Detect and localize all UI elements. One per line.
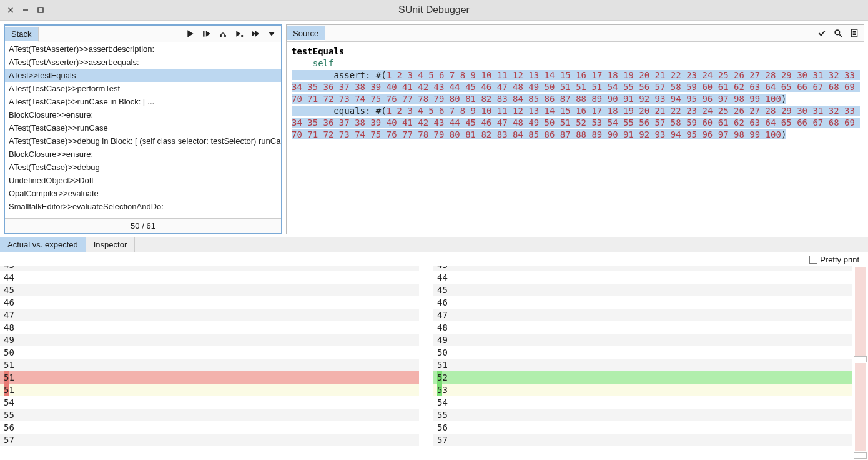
stack-item[interactable]: OpalCompiler>>evaluate <box>5 187 281 200</box>
diff-row: 50 <box>433 346 852 359</box>
stack-pane: Stack ATest(TestAsserter)>>assert:descri… <box>4 24 282 234</box>
diff-row: 44 <box>0 271 419 284</box>
stack-tab-label[interactable]: Stack <box>5 27 39 42</box>
diff-row: 48 <box>433 321 852 334</box>
pretty-print-label: Pretty print <box>820 255 859 264</box>
pretty-print-checkbox[interactable] <box>809 256 817 264</box>
stack-item[interactable]: ATest(TestCase)>>runCase <box>5 121 281 134</box>
titlebar: SUnit Debugger <box>0 0 868 21</box>
diff-row: 47 <box>0 309 419 321</box>
diff-row: 48 <box>0 321 419 334</box>
step-out-icon[interactable] <box>235 29 244 38</box>
search-icon[interactable] <box>834 29 842 38</box>
svg-point-4 <box>241 35 244 38</box>
stack-item[interactable]: ATest(TestAsserter)>>assert:description: <box>5 42 281 56</box>
diff-row: 46 <box>433 296 852 309</box>
stack-item[interactable]: ATest(TestCase)>>runCase in Block: [ ... <box>5 95 281 108</box>
stack-item[interactable]: ATest>>testEquals <box>5 69 281 82</box>
stack-item[interactable]: ATest(TestCase)>>debug in Block: [ (self… <box>5 134 281 148</box>
svg-point-5 <box>835 30 839 34</box>
svg-rect-0 <box>38 8 43 12</box>
stack-item[interactable]: SmalltalkEditor>>evaluateSelectionAndDo: <box>5 200 281 213</box>
step-into-icon[interactable] <box>202 29 211 38</box>
stack-item[interactable]: UndefinedObject>>DoIt <box>5 174 281 187</box>
diff-row: 44 <box>433 271 852 284</box>
diff-row: 55 <box>0 409 419 421</box>
stack-menu-icon[interactable] <box>267 29 276 38</box>
accept-icon[interactable] <box>817 29 826 38</box>
stack-footer: 50 / 61 <box>5 218 281 233</box>
close-icon[interactable] <box>7 7 14 13</box>
svg-rect-1 <box>203 31 204 36</box>
diff-row: 45 <box>433 284 852 296</box>
run-icon[interactable] <box>186 29 195 38</box>
stack-item[interactable]: BlockClosure>>ensure: <box>5 148 281 161</box>
diff-row: 57 <box>0 434 419 446</box>
diff-row: 51 <box>0 359 419 371</box>
stack-item[interactable]: ATest(TestCase)>>debug <box>5 161 281 174</box>
diff-row: 45 <box>0 284 419 296</box>
source-pane: Source testEquals self assert: #(1 2 3 4… <box>286 24 864 234</box>
diff-row: 52 <box>433 371 852 384</box>
restart-icon[interactable] <box>251 29 260 38</box>
minimize-icon[interactable] <box>22 7 29 13</box>
diff-row: 49 <box>0 334 419 346</box>
stack-item[interactable]: ATest(TestCase)>>performTest <box>5 82 281 95</box>
diff-row: 56 <box>433 421 852 434</box>
window-title: SUnit Debugger <box>0 4 868 16</box>
diff-minimap[interactable] <box>852 266 868 460</box>
diff-row: 43 <box>0 266 419 271</box>
diff-row: 47 <box>433 309 852 321</box>
tab-inspector[interactable]: Inspector <box>86 238 135 252</box>
diff-row: 46 <box>0 296 419 309</box>
diff-row: 49 <box>433 334 852 346</box>
diff-row: 54 <box>0 396 419 409</box>
diff-row: 43 <box>433 266 852 271</box>
stack-item[interactable]: ATest(TestAsserter)>>assert:equals: <box>5 56 281 69</box>
diff-row: 53 <box>433 384 852 396</box>
diff-panel: Actual vs. expected Inspector Pretty pri… <box>0 237 868 460</box>
diff-row: 55 <box>433 409 852 421</box>
stack-list[interactable]: ATest(TestAsserter)>>assert:description:… <box>5 42 281 218</box>
diff-actual-column[interactable]: 434445464748495051515154555657 <box>0 266 419 460</box>
diff-row: 50 <box>0 346 419 359</box>
maximize-icon[interactable] <box>37 7 44 13</box>
source-tab-label[interactable]: Source <box>287 26 325 41</box>
diff-expected-column[interactable]: 434445464748495051525354555657 <box>433 266 852 460</box>
source-code[interactable]: testEquals self assert: #(1 2 3 4 5 6 7 … <box>287 42 864 234</box>
document-icon[interactable] <box>850 29 859 38</box>
step-over-icon[interactable] <box>219 29 227 38</box>
diff-row: 51 <box>0 371 419 384</box>
tab-actual-expected[interactable]: Actual vs. expected <box>0 238 86 252</box>
diff-row: 57 <box>433 434 852 446</box>
diff-row: 51 <box>433 359 852 371</box>
diff-row: 51 <box>0 384 419 396</box>
stack-item[interactable]: BlockClosure>>ensure: <box>5 108 281 121</box>
diff-row: 56 <box>0 421 419 434</box>
diff-row: 54 <box>433 396 852 409</box>
